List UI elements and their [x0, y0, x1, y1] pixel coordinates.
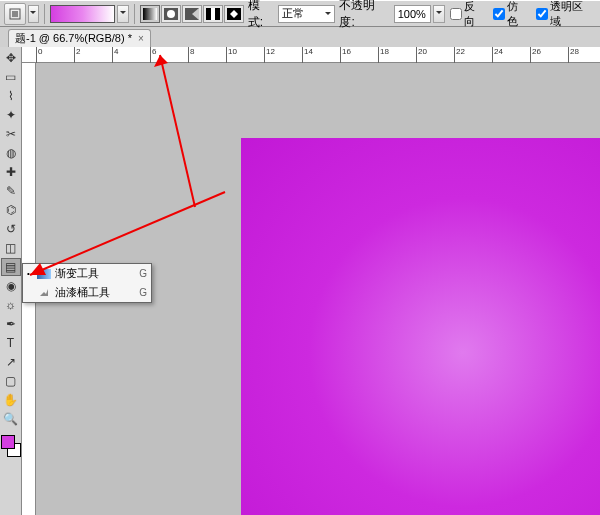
- flyout-shortcut: G: [139, 268, 147, 279]
- ruler-tick: 26: [530, 47, 541, 63]
- svg-point-4: [167, 10, 175, 18]
- blend-mode-select[interactable]: 正常: [278, 5, 335, 23]
- heal-tool[interactable]: ✚: [1, 163, 21, 181]
- history-tool[interactable]: ↺: [1, 220, 21, 238]
- angle-gradient-button[interactable]: [182, 5, 202, 23]
- crop-tool[interactable]: ✂: [1, 125, 21, 143]
- separator: [134, 4, 135, 24]
- hand-tool[interactable]: ✋: [1, 391, 21, 409]
- pen-tool[interactable]: ✒: [1, 315, 21, 333]
- ruler-tick: 28: [568, 47, 579, 63]
- mode-label: 模式:: [246, 0, 277, 31]
- close-icon[interactable]: ×: [138, 33, 144, 44]
- tool-preset-button[interactable]: [4, 3, 26, 25]
- path-tool[interactable]: ↗: [1, 353, 21, 371]
- bucket-icon: [37, 287, 51, 299]
- flyout-item-bucket[interactable]: 油漆桶工具G: [23, 283, 151, 302]
- diamond-gradient-button[interactable]: [224, 5, 244, 23]
- eraser-tool[interactable]: ◫: [1, 239, 21, 257]
- flyout-item-gradient[interactable]: •渐变工具G: [23, 264, 151, 283]
- opacity-input[interactable]: 100%: [394, 5, 431, 23]
- gradient-tool-flyout: •渐变工具G油漆桶工具G: [22, 263, 152, 303]
- dodge-tool[interactable]: ☼: [1, 296, 21, 314]
- document-tab[interactable]: 题-1 @ 66.7%(RGB/8) * ×: [8, 29, 151, 47]
- ruler-tick: 2: [74, 47, 80, 63]
- color-swatches[interactable]: [1, 435, 21, 463]
- lasso-tool[interactable]: ⌇: [1, 87, 21, 105]
- ruler-tick: 14: [302, 47, 313, 63]
- tool-preset-dropdown[interactable]: [28, 5, 40, 23]
- flyout-shortcut: G: [139, 287, 147, 298]
- svg-rect-7: [211, 8, 215, 20]
- type-tool[interactable]: T: [1, 334, 21, 352]
- tools-panel: ✥▭⌇✦✂◍✚✎⌬↺◫▤◉☼✒T↗▢✋🔍: [0, 47, 22, 515]
- svg-rect-1: [12, 11, 18, 17]
- opacity-dropdown[interactable]: [433, 5, 445, 23]
- wand-tool[interactable]: ✦: [1, 106, 21, 124]
- stamp-tool[interactable]: ⌬: [1, 201, 21, 219]
- ruler-tick: 6: [150, 47, 156, 63]
- tab-title: 题-1 @ 66.7%(RGB/8) *: [15, 31, 132, 46]
- reverse-checkbox[interactable]: 反向: [447, 0, 488, 29]
- gradient-icon: [37, 268, 51, 280]
- transparency-checkbox[interactable]: 透明区域: [533, 0, 596, 29]
- brush-tool[interactable]: ✎: [1, 182, 21, 200]
- ruler-tick: 16: [340, 47, 351, 63]
- blur-tool[interactable]: ◉: [1, 277, 21, 295]
- eyedrop-tool[interactable]: ◍: [1, 144, 21, 162]
- reflected-gradient-button[interactable]: [203, 5, 223, 23]
- flyout-label: 渐变工具: [55, 266, 135, 281]
- flyout-label: 油漆桶工具: [55, 285, 135, 300]
- ruler-tick: 0: [36, 47, 42, 63]
- foreground-swatch[interactable]: [1, 435, 15, 449]
- opacity-label: 不透明度:: [337, 0, 391, 31]
- shape-tool[interactable]: ▢: [1, 372, 21, 390]
- svg-rect-2: [143, 8, 157, 20]
- workspace: ✥▭⌇✦✂◍✚✎⌬↺◫▤◉☼✒T↗▢✋🔍 0246810121416182022…: [0, 47, 600, 515]
- move-tool[interactable]: ✥: [1, 49, 21, 67]
- selected-dot: •: [27, 269, 33, 278]
- gradient-picker-dropdown[interactable]: [117, 5, 129, 23]
- document-tab-bar: 题-1 @ 66.7%(RGB/8) * ×: [0, 27, 600, 47]
- image-content[interactable]: [241, 138, 600, 515]
- gradient-preview[interactable]: [50, 5, 115, 23]
- gradient-type-group: [140, 5, 244, 23]
- ruler-tick: 20: [416, 47, 427, 63]
- ruler-tick: 10: [226, 47, 237, 63]
- separator: [44, 4, 45, 24]
- svg-rect-9: [37, 269, 51, 279]
- linear-gradient-button[interactable]: [140, 5, 160, 23]
- ruler-tick: 4: [112, 47, 118, 63]
- dither-checkbox[interactable]: 仿色: [490, 0, 531, 29]
- options-bar: 模式: 正常 不透明度: 100% 反向 仿色 透明区域: [0, 0, 600, 27]
- marquee-tool[interactable]: ▭: [1, 68, 21, 86]
- ruler-tick: 18: [378, 47, 389, 63]
- ruler-tick: 12: [264, 47, 275, 63]
- radial-gradient-button[interactable]: [161, 5, 181, 23]
- horizontal-ruler: 0246810121416182022242628: [22, 47, 600, 63]
- zoom-tool[interactable]: 🔍: [1, 410, 21, 428]
- gradient-tool[interactable]: ▤: [1, 258, 21, 276]
- ruler-tick: 22: [454, 47, 465, 63]
- ruler-tick: 8: [188, 47, 194, 63]
- ruler-tick: 24: [492, 47, 503, 63]
